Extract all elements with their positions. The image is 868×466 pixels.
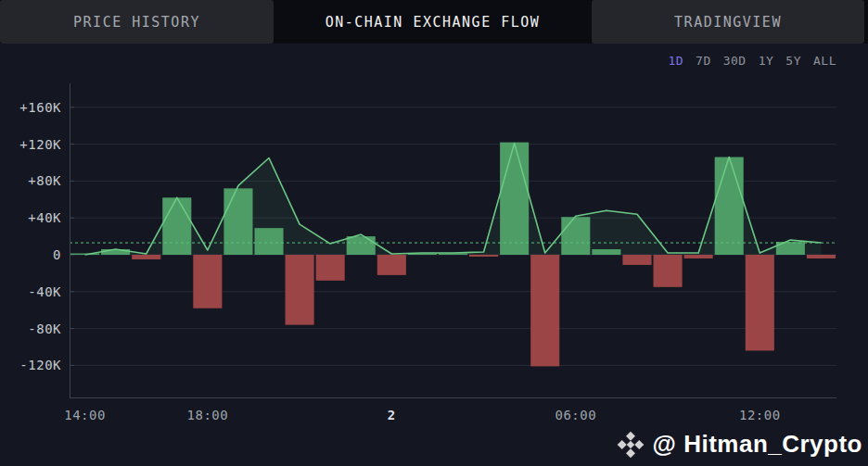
x-tick-label: 14:00 bbox=[64, 408, 106, 422]
y-tick-label: +80K bbox=[0, 173, 61, 188]
binance-diamond-icon bbox=[617, 431, 645, 459]
outflow-bar bbox=[622, 255, 651, 265]
inflow-bar bbox=[254, 228, 283, 255]
flow-line-area bbox=[85, 144, 822, 255]
range-1d[interactable]: 1D bbox=[668, 54, 683, 68]
tab-onchain-exchange-flow[interactable]: ON-CHAIN EXCHANGE FLOW bbox=[274, 0, 592, 44]
range-5y[interactable]: 5Y bbox=[785, 54, 801, 68]
tab-price-history[interactable]: PRICE HISTORY bbox=[0, 0, 274, 44]
y-tick-label: -40K bbox=[0, 284, 61, 299]
inflow-bar bbox=[223, 188, 252, 255]
range-selector: 1D 7D 30D 1Y 5Y ALL bbox=[668, 54, 836, 68]
outflow-bar bbox=[193, 255, 222, 309]
range-1y[interactable]: 1Y bbox=[759, 54, 774, 68]
inflow-bar bbox=[715, 157, 744, 255]
y-tick-label: +160K bbox=[0, 100, 61, 115]
y-tick-label: 0 bbox=[0, 247, 61, 262]
outflow-bar bbox=[469, 255, 498, 257]
inflow-bar bbox=[592, 249, 620, 255]
watermark-text: @ Hitman_Crypto bbox=[653, 430, 862, 459]
x-tick-label: 18:00 bbox=[187, 408, 229, 422]
watermark: @ Hitman_Crypto bbox=[617, 430, 862, 459]
inflow-bar bbox=[347, 236, 376, 255]
inflow-bar bbox=[500, 143, 529, 255]
outflow-bar bbox=[654, 255, 683, 287]
y-tick-label: +120K bbox=[0, 137, 61, 152]
outflow-bar bbox=[377, 255, 406, 275]
range-7d[interactable]: 7D bbox=[696, 54, 711, 68]
tab-bar: PRICE HISTORY ON-CHAIN EXCHANGE FLOW TRA… bbox=[0, 0, 868, 44]
y-tick-label: -80K bbox=[0, 321, 61, 336]
outflow-bar bbox=[807, 255, 836, 258]
x-axis-labels: 14:0018:00206:0012:00 bbox=[70, 408, 836, 424]
flow-chart-plot[interactable] bbox=[70, 83, 836, 398]
outflow-bar bbox=[530, 255, 559, 366]
tab-tradingview[interactable]: TRADINGVIEW bbox=[592, 0, 864, 44]
x-tick-label-day: 2 bbox=[388, 408, 396, 422]
inflow-bar bbox=[162, 197, 191, 255]
inflow-bar bbox=[561, 217, 590, 255]
y-axis-labels: +160K+120K+80K+40K0-40K-80K-120K bbox=[0, 83, 61, 398]
x-tick-label: 06:00 bbox=[555, 408, 596, 422]
range-30d[interactable]: 30D bbox=[723, 54, 747, 68]
exchange-flow-widget: PRICE HISTORY ON-CHAIN EXCHANGE FLOW TRA… bbox=[0, 0, 868, 466]
y-tick-label: -120K bbox=[0, 358, 61, 372]
outflow-bar bbox=[286, 255, 314, 325]
outflow-bar bbox=[316, 255, 345, 281]
outflow-bar bbox=[132, 255, 160, 259]
outflow-bar bbox=[684, 255, 713, 258]
outflow-bar bbox=[746, 255, 774, 350]
range-all[interactable]: ALL bbox=[813, 54, 836, 68]
y-tick-label: +40K bbox=[0, 210, 61, 225]
x-tick-label: 12:00 bbox=[739, 408, 781, 422]
